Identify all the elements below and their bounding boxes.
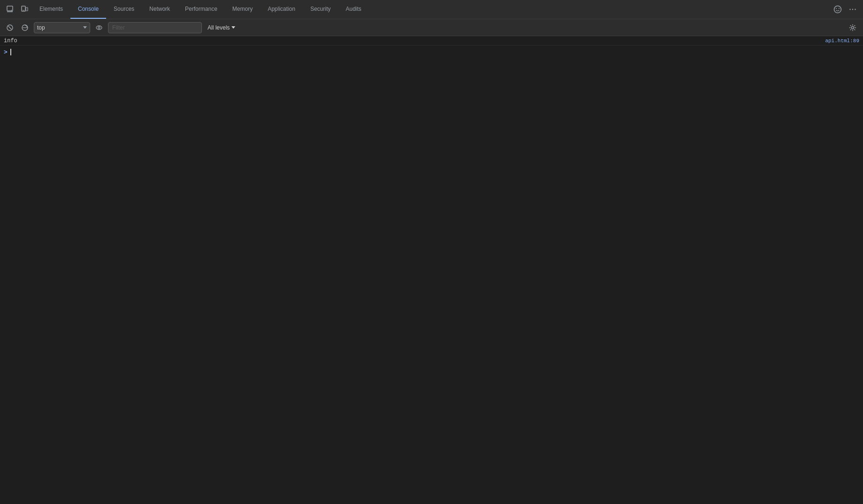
device-toolbar-button[interactable]	[18, 3, 31, 16]
tab-sources[interactable]: Sources	[106, 0, 142, 19]
svg-rect-0	[7, 6, 13, 11]
tab-audits[interactable]: Audits	[338, 0, 369, 19]
svg-point-7	[839, 8, 840, 9]
tab-memory[interactable]: Memory	[225, 0, 260, 19]
filter-input-wrapper[interactable]	[108, 22, 202, 33]
console-input-row[interactable]: >	[0, 46, 863, 59]
log-message: info	[4, 38, 825, 44]
log-source-link[interactable]: api.html:89	[825, 38, 859, 44]
clear-console-button[interactable]	[4, 22, 16, 34]
console-prompt: >	[4, 49, 8, 56]
eye-button[interactable]	[93, 22, 105, 34]
svg-point-5	[834, 6, 841, 13]
chevron-down-icon	[83, 26, 87, 29]
console-cursor	[10, 49, 11, 55]
inspect-element-button[interactable]	[4, 3, 17, 16]
svg-point-15	[96, 26, 102, 30]
console-content: info api.html:89 >	[0, 36, 863, 504]
levels-dropdown[interactable]: All levels	[205, 22, 238, 33]
console-settings-button[interactable]	[846, 21, 859, 34]
devtools-window: Elements Console Sources Network Perform…	[0, 0, 863, 504]
levels-chevron-icon	[231, 26, 235, 29]
svg-rect-3	[26, 8, 28, 11]
tab-network[interactable]: Network	[142, 0, 177, 19]
main-tab-bar: Elements Console Sources Network Perform…	[32, 0, 830, 19]
tab-elements[interactable]: Elements	[32, 0, 70, 19]
settings-button-wrapper	[846, 21, 859, 34]
svg-line-12	[8, 26, 12, 29]
tab-bar: Elements Console Sources Network Perform…	[0, 0, 863, 19]
svg-point-17	[852, 26, 854, 29]
svg-point-6	[836, 8, 837, 9]
tab-security[interactable]: Security	[303, 0, 338, 19]
toolbar-right	[831, 3, 859, 16]
tab-performance[interactable]: Performance	[177, 0, 225, 19]
svg-point-9	[852, 9, 853, 10]
filter-input[interactable]	[112, 24, 198, 31]
svg-point-16	[98, 27, 100, 29]
context-label: top	[37, 24, 81, 31]
tab-console[interactable]: Console	[70, 0, 106, 19]
console-log-row: info api.html:89	[0, 36, 863, 46]
levels-label: All levels	[208, 24, 230, 31]
context-selector[interactable]: top	[34, 22, 90, 33]
console-toolbar: top All levels	[0, 19, 863, 36]
svg-point-10	[855, 9, 855, 10]
svg-point-8	[849, 9, 850, 10]
feedback-button[interactable]	[831, 3, 844, 16]
more-options-button[interactable]	[846, 3, 859, 16]
tab-application[interactable]: Application	[260, 0, 303, 19]
preserve-log-button[interactable]	[19, 22, 31, 34]
